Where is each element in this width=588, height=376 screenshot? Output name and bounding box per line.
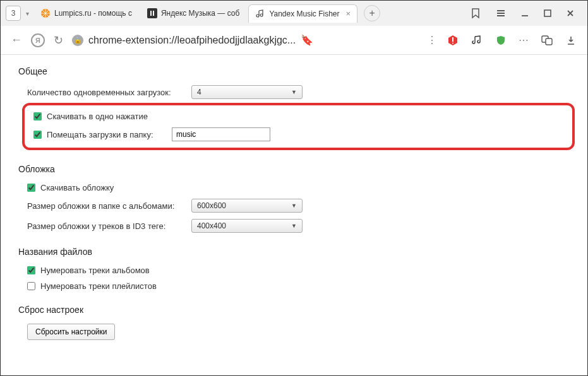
yandex-icon[interactable]: Я: [31, 33, 45, 47]
one-click-label: Скачивать в одно нажатие: [47, 112, 148, 121]
orange-icon: [40, 8, 51, 18]
cover-album-select[interactable]: 600x600 ▼: [191, 199, 303, 213]
tab-bar: 3 ▾ Lumpics.ru - помощь с Яндекс Музыка …: [1, 1, 587, 26]
svg-rect-2: [150, 11, 152, 16]
minimize-icon[interactable]: [520, 9, 529, 18]
number-playlists-label: Нумеровать треки плейлистов: [40, 281, 157, 291]
section-general: Общее Количество одновременных загрузок:…: [18, 66, 570, 150]
svg-rect-4: [544, 10, 551, 16]
tab-label: Lumpics.ru - помощь с: [54, 9, 132, 18]
address-bar: ← Я ↻ 🔒 chrome-extension://leoafpihedodj…: [1, 26, 587, 55]
one-click-checkbox[interactable]: [33, 112, 42, 120]
reload-icon[interactable]: ↻: [54, 33, 63, 47]
url-text: chrome-extension://leoafpihedodjjdlaakgk…: [88, 35, 296, 46]
cover-id3-label: Размер обложки у треков в ID3 теге:: [27, 221, 191, 231]
number-playlists-checkbox[interactable]: [27, 282, 35, 290]
music-ext-icon[interactable]: [471, 34, 483, 47]
folder-input[interactable]: [172, 127, 270, 141]
folder-checkbox[interactable]: [33, 131, 42, 139]
svg-point-6: [452, 42, 453, 44]
maximize-icon[interactable]: [543, 9, 552, 18]
new-tab-button[interactable]: +: [364, 5, 380, 21]
section-filenames: Названия файлов Нумеровать треки альбомо…: [18, 247, 570, 291]
music-note-icon: [255, 9, 265, 19]
close-window-icon[interactable]: [566, 9, 575, 18]
downloads-label: Количество одновременных загрузок:: [27, 88, 191, 97]
bookmark-star-icon[interactable]: 🔖: [301, 34, 313, 46]
tab-label: Yandex Music Fisher: [269, 9, 339, 18]
more-icon[interactable]: ⋮: [427, 34, 438, 46]
highlight-box: Скачивать в одно нажатие Помещать загруз…: [22, 103, 575, 150]
chevron-down-icon: ▼: [291, 89, 297, 95]
shield-icon[interactable]: [495, 34, 507, 47]
tab-lumpics[interactable]: Lumpics.ru - помощь с: [34, 4, 138, 22]
chevron-down-icon[interactable]: ▾: [26, 10, 29, 17]
section-title: Названия файлов: [18, 247, 570, 257]
svg-rect-3: [153, 11, 154, 16]
settings-content: Общее Количество одновременных загрузок:…: [1, 55, 587, 351]
section-cover: Обложка Скачивать обложку Размер обложки…: [18, 164, 570, 233]
menu-icon[interactable]: [495, 8, 507, 19]
close-icon[interactable]: ×: [346, 9, 351, 18]
folder-label: Помещать загрузки в папку:: [47, 130, 172, 139]
ext-more-icon[interactable]: ⋯: [519, 34, 529, 46]
download-cover-checkbox[interactable]: [27, 184, 35, 192]
section-reset: Сброс настроек Сбросить настройки: [18, 305, 570, 340]
lock-icon: 🔒: [72, 35, 83, 46]
reset-button[interactable]: Сбросить настройки: [27, 324, 115, 340]
chevron-down-icon: ▼: [291, 203, 297, 209]
section-title: Обложка: [18, 164, 570, 174]
chevron-down-icon: ▼: [291, 223, 297, 229]
number-albums-checkbox[interactable]: [27, 266, 35, 274]
tab-yandex-fisher[interactable]: Yandex Music Fisher ×: [248, 4, 357, 23]
section-title: Общее: [18, 66, 570, 76]
pause-icon: [147, 8, 157, 18]
download-cover-label: Скачивать обложку: [40, 183, 114, 192]
number-albums-label: Нумеровать треки альбомов: [40, 266, 150, 275]
cover-album-label: Размер обложки в папке с альбомами:: [27, 201, 191, 211]
translate-icon[interactable]: [541, 34, 553, 47]
adblock-icon[interactable]: [447, 34, 459, 47]
svg-rect-1: [147, 8, 157, 18]
tab-yandex-music[interactable]: Яндекс Музыка — соб: [141, 4, 246, 22]
url-box[interactable]: 🔒 chrome-extension://leoafpihedodjjdlaak…: [72, 34, 418, 46]
bookmark-icon[interactable]: [470, 8, 481, 19]
cover-id3-select[interactable]: 400x400 ▼: [191, 219, 303, 233]
svg-rect-8: [546, 38, 552, 45]
tab-count[interactable]: 3: [6, 6, 21, 21]
back-icon[interactable]: ←: [11, 33, 22, 47]
download-icon[interactable]: [565, 34, 577, 47]
tab-label: Яндекс Музыка — соб: [161, 9, 239, 18]
section-title: Сброс настроек: [18, 305, 570, 315]
downloads-select[interactable]: 4 ▼: [191, 85, 303, 99]
